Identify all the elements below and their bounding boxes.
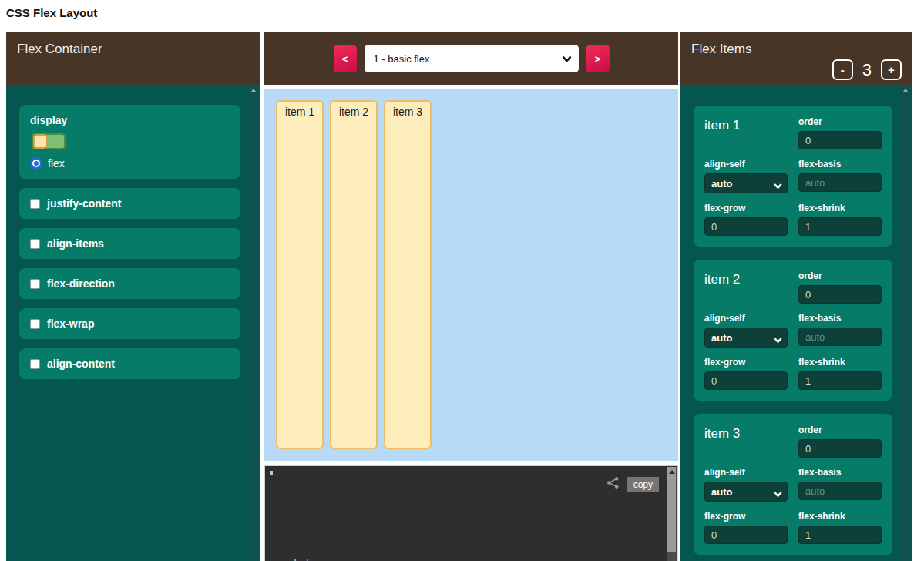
order-field: order xyxy=(798,116,882,149)
option-card[interactable]: flex-wrap xyxy=(19,308,240,339)
align-self-field: align-self auto xyxy=(704,313,788,348)
option-card[interactable]: align-items xyxy=(19,228,240,259)
align-self-select[interactable]: auto xyxy=(704,173,788,193)
option-card[interactable]: align-content xyxy=(19,348,240,379)
remove-item-button[interactable]: - xyxy=(832,59,853,80)
flex-item-name: item 2 xyxy=(704,270,788,304)
preview-flex-item: item 1 xyxy=(276,100,324,449)
flex-shrink-label: flex-shrink xyxy=(798,511,882,522)
align-self-field: align-self auto xyxy=(704,159,788,193)
flex-basis-label: flex-basis xyxy=(798,313,882,324)
flex-items-panel: Flex Items - 3 + item 1 order xyxy=(680,32,912,561)
flex-shrink-input[interactable] xyxy=(798,526,882,544)
order-field: order xyxy=(798,270,882,304)
item-count-value: 3 xyxy=(862,60,872,80)
flex-item-card: item 1 order align-self auto xyxy=(694,106,892,247)
flex-grow-field: flex-grow xyxy=(704,357,788,390)
order-field: order xyxy=(798,425,882,458)
flex-shrink-input[interactable] xyxy=(798,371,882,390)
flex-items-panel-header: Flex Items - 3 + xyxy=(680,32,912,85)
flex-shrink-field: flex-shrink xyxy=(798,357,882,390)
display-toggle[interactable] xyxy=(32,133,66,149)
display-label: display xyxy=(30,114,230,126)
align-self-label: align-self xyxy=(704,467,788,478)
display-toggle-knob[interactable] xyxy=(33,134,48,149)
container-options-list: justify-content align-items xyxy=(19,188,240,379)
flex-basis-input[interactable] xyxy=(798,482,882,500)
flex-basis-label: flex-basis xyxy=(798,159,882,170)
option-label: justify-content xyxy=(47,197,121,210)
flex-basis-label: flex-basis xyxy=(798,467,882,478)
flex-shrink-input[interactable] xyxy=(798,217,882,236)
prev-preset-button[interactable]: < xyxy=(334,45,357,72)
option-label: flex-direction xyxy=(47,277,115,290)
option-label: align-content xyxy=(47,358,115,370)
flex-basis-field: flex-basis xyxy=(798,467,882,502)
code-scrollbar-thumb[interactable] xyxy=(667,467,676,552)
flex-basis-input[interactable] xyxy=(798,173,882,192)
option-card[interactable]: justify-content xyxy=(19,188,240,219)
add-item-button[interactable]: + xyxy=(881,59,902,80)
option-card[interactable]: flex-direction xyxy=(19,268,240,299)
flex-grow-input[interactable] xyxy=(704,526,788,544)
scroll-up-icon[interactable] xyxy=(669,470,675,474)
preview-flex-item: item 2 xyxy=(330,100,378,449)
order-input[interactable] xyxy=(798,285,882,304)
option-checkbox[interactable] xyxy=(30,319,40,329)
flex-item-card: item 2 order align-self auto xyxy=(694,260,892,401)
display-card: display flex xyxy=(19,105,240,179)
code-cursor-dot xyxy=(270,471,273,475)
option-label: align-items xyxy=(47,237,104,250)
item-count-control: - 3 + xyxy=(832,59,902,80)
scroll-up-icon[interactable] xyxy=(250,89,257,92)
right-panel-scrollbar[interactable] xyxy=(902,86,910,561)
option-checkbox[interactable] xyxy=(30,359,40,369)
order-label: order xyxy=(798,116,882,127)
order-input[interactable] xyxy=(798,439,882,458)
align-self-field: align-self auto xyxy=(704,467,788,502)
preset-select[interactable]: 1 - basic flex xyxy=(365,45,579,72)
flex-shrink-label: flex-shrink xyxy=(798,357,882,368)
next-preset-button[interactable]: > xyxy=(586,45,610,72)
flex-item-name: item 3 xyxy=(704,425,788,458)
flex-shrink-label: flex-shrink xyxy=(798,203,882,213)
flex-items-panel-body: item 1 order align-self auto xyxy=(680,85,912,561)
option-label: flex-wrap xyxy=(47,317,94,330)
flex-grow-label: flex-grow xyxy=(704,357,788,368)
flex-shrink-field: flex-shrink xyxy=(798,511,882,544)
order-label: order xyxy=(798,270,882,281)
flex-grow-field: flex-grow xyxy=(704,511,788,544)
left-panel-scrollbar[interactable] xyxy=(250,86,258,561)
flex-grow-input[interactable] xyxy=(704,217,788,236)
flex-basis-input[interactable] xyxy=(798,328,882,346)
flex-radio-label: flex xyxy=(48,157,65,170)
share-icon[interactable] xyxy=(606,476,620,492)
flex-container-panel-body: display flex justify-content xyxy=(6,85,260,561)
flex-radio[interactable] xyxy=(30,157,42,170)
preview-column: < 1 - basic flex > item 1 item 2 item 3 xyxy=(264,32,678,561)
option-checkbox[interactable] xyxy=(30,199,40,209)
preset-bar: < 1 - basic flex > xyxy=(264,32,678,85)
order-input[interactable] xyxy=(798,131,882,149)
option-checkbox[interactable] xyxy=(30,239,40,249)
flex-shrink-field: flex-shrink xyxy=(798,203,882,236)
flex-grow-input[interactable] xyxy=(704,371,788,390)
order-label: order xyxy=(798,425,882,435)
app-window: CSS Flex Layout Flex Container display f… xyxy=(0,0,924,561)
align-self-label: align-self xyxy=(704,313,788,324)
flex-grow-label: flex-grow xyxy=(704,511,788,522)
code-scrollbar[interactable] xyxy=(667,467,677,561)
flex-container-panel-title: Flex Container xyxy=(17,42,250,57)
flex-items-list: item 1 order align-self auto xyxy=(694,106,892,555)
copy-button[interactable]: copy xyxy=(627,477,659,492)
option-checkbox[interactable] xyxy=(30,279,40,289)
scroll-up-icon[interactable] xyxy=(902,89,909,92)
align-self-select[interactable]: auto xyxy=(704,482,788,502)
code-line: <style> xyxy=(281,556,654,561)
flex-items-panel-title: Flex Items xyxy=(691,42,902,57)
align-self-select[interactable]: auto xyxy=(704,328,788,348)
preview-flex-item: item 3 xyxy=(384,100,432,449)
align-self-label: align-self xyxy=(704,159,788,170)
flex-grow-label: flex-grow xyxy=(704,203,788,213)
flex-basis-field: flex-basis xyxy=(798,159,882,193)
